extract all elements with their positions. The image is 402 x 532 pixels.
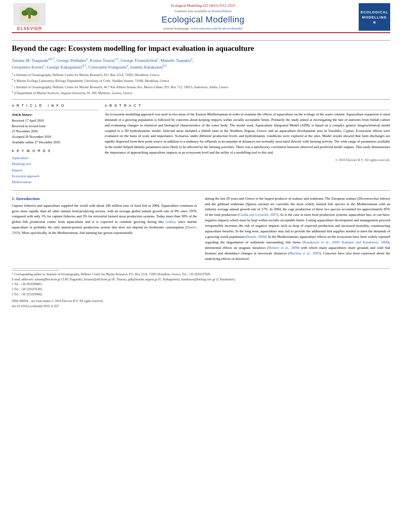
main-content: Beyond the cage: Ecosystem modelling for… — [12, 33, 390, 309]
svg-point-3 — [22, 10, 28, 16]
elsevier-logo-image: ⚕ — [14, 4, 45, 25]
homepage-line: journal homepage: www.elsevier.com/locat… — [55, 26, 351, 30]
journal-center-header: Ecological Modelling 222 (2011) 2512–252… — [47, 4, 359, 30]
body-section: 1. Introduction Capture fisheries and aq… — [12, 196, 390, 264]
karakassis-ref[interactable]: Karakassis et al., 2000; Kalantzi and Ka… — [304, 240, 388, 244]
homepage-label: journal homepage: — [164, 26, 190, 30]
cardia-ref[interactable]: Cardia and Lovatelli, 2007 — [239, 213, 277, 217]
svg-rect-2 — [28, 15, 31, 19]
affiliation-a: a a Institute of Oceanography, Hellenic … — [12, 72, 390, 78]
svg-point-4 — [31, 10, 37, 16]
author-kakagiannis: George Kakagiannis — [47, 65, 82, 69]
article-info-content: Article history: Received 17 April 2010 … — [12, 112, 98, 145]
footnote-1: 1 Tel.: +30 2810394061. — [12, 282, 390, 287]
machias-ref[interactable]: Machias et al., 2005 — [289, 251, 320, 255]
keywords-section: K e y w o r d s : Aquaculture Modeling t… — [12, 149, 98, 185]
body-right-col: during the last 20 years and Greece is t… — [205, 196, 391, 264]
holmer-ref[interactable]: Holmer et al., 2008 — [269, 246, 298, 250]
affiliation-d: d d Department of Marine Sciences, Aegea… — [12, 90, 390, 96]
keyword-aquaculture: Aquaculture — [12, 155, 98, 161]
article-title: Beyond the cage: Ecosystem modelling for… — [12, 44, 390, 54]
keyword-modeling: Modeling tool — [12, 161, 98, 167]
email-list: tatiana@her.hcmr.gr (T.M. Tsagaraki), kt… — [35, 278, 235, 281]
author-triantafyllou: George Triantafyllou — [121, 57, 157, 62]
affiliation-c: c c Institute of Oceanography, Hellenic … — [12, 84, 390, 90]
footnote-email: E-mail addresses: tatiana@her.hcmr.gr (T… — [12, 277, 390, 282]
right-column: A B S T R A C T An ecosystem modelling a… — [105, 104, 390, 185]
intro-para-left: Capture fisheries and aquaculture suppli… — [12, 203, 197, 236]
author-frangoulis: Constantin Frangoulis — [88, 65, 126, 69]
keyword-list: Aquaculture Modeling tool Impacts Ecosys… — [12, 155, 98, 185]
journal-title-header: Ecological Modelling — [55, 15, 351, 25]
homepage-link[interactable]: www.elsevier.com/locate/ecolmodel — [191, 26, 242, 30]
author-karakassis: Ioannis Karakassis — [130, 65, 163, 69]
author-petihakis: George Petihakis — [57, 57, 86, 62]
revised-date: 23 November 2010 — [12, 129, 98, 134]
century-link: century — [165, 220, 176, 224]
duarte-ref-2[interactable]: Duarte, 2009 — [246, 235, 265, 239]
authors-line: Tatiana M. Tsagarakia,b,*, George Petiha… — [12, 57, 390, 70]
received-date: Received 17 April 2010 — [12, 118, 98, 124]
abstract-heading: A B S T R A C T — [105, 104, 390, 108]
keyword-impacts: Impacts — [12, 167, 98, 173]
journal-citation: Ecological Modelling 222 (2011) 2512–252… — [55, 4, 351, 7]
author-tsiaras: Kostas Tsiaras — [90, 57, 115, 62]
contents-label: Contents lists available at — [174, 9, 211, 13]
elsevier-brand: ELSEVIER — [17, 26, 42, 31]
section1-title: 1. Introduction — [12, 196, 197, 201]
duarte-ref-1[interactable]: Duarte, 2009 — [12, 225, 197, 235]
keyword-ecosystem: Ecosystem approach — [12, 173, 98, 179]
author-tsapakis: Manolis Tsapakis — [161, 57, 191, 62]
body-top-divider — [12, 190, 390, 191]
body-two-col: 1. Introduction Capture fisheries and aq… — [12, 196, 390, 264]
affiliations: a a Institute of Oceanography, Hellenic … — [12, 72, 390, 96]
accepted-date: Accepted 26 November 2010 — [12, 134, 98, 140]
keyword-mediterranean: Mediterranean — [12, 179, 98, 185]
journal-logo-right: ECOLOGICAL MODELLING 📊 — [359, 3, 390, 31]
doi-line: doi:10.1016/j.ecolmodel.2010.11.027 — [12, 304, 390, 309]
body-left-col: 1. Introduction Capture fisheries and aq… — [12, 196, 197, 264]
footnote-3: 3 Tel.: +30 2251036842. — [12, 292, 390, 297]
email-label: E-mail addresses: — [12, 278, 34, 281]
info-divider — [12, 110, 98, 110]
top-divider — [12, 40, 390, 41]
article-info-heading: A R T I C L E I N F O — [12, 104, 98, 108]
available-date: Available online 27 December 2010 — [12, 140, 98, 145]
svg-text:⚕: ⚕ — [29, 20, 30, 22]
contents-line: Contents lists available at ScienceDirec… — [55, 9, 351, 13]
journal-header: ⚕ ELSEVIER Ecological Modelling 222 (201… — [12, 0, 390, 33]
keywords-heading: K e y w o r d s : — [12, 149, 98, 153]
sciencedirect-link[interactable]: ScienceDirect — [212, 9, 232, 13]
left-column: A R T I C L E I N F O Article history: R… — [12, 104, 98, 185]
author-tsagaraki: Tatiana M. Tsagaraki — [12, 57, 48, 62]
info-abstract-section: A R T I C L E I N F O Article history: R… — [12, 104, 390, 185]
copyright-line: © 2010 Elsevier B.V. All rights reserved… — [105, 158, 390, 162]
footnote-2: 2 Tel.: +30 2291076385. — [12, 287, 390, 292]
footnote-corresponding: * Corresponding author at: Institute of … — [12, 272, 390, 277]
revised-label: Received in revised form — [12, 124, 98, 129]
author-korres: Gerasimos Korres — [12, 65, 43, 69]
footnote-area: * Corresponding author at: Institute of … — [12, 268, 390, 309]
abstract-text: An ecosystem modelling approach was used… — [105, 112, 390, 156]
footnote-divider — [12, 270, 59, 271]
elsevier-logo: ⚕ ELSEVIER — [12, 4, 47, 31]
mid-divider — [12, 99, 390, 100]
page: ⚕ ELSEVIER Ecological Modelling 222 (201… — [0, 0, 402, 532]
intro-para-right: during the last 20 years and Greece is t… — [205, 196, 391, 262]
bottom-note: 0304-3800/$ – see front matter © 2010 El… — [12, 299, 390, 304]
affiliation-b: b b Marine Ecology Laboratory, Biology D… — [12, 78, 390, 83]
history-label: Article history: — [12, 112, 98, 117]
abstract-divider — [105, 110, 390, 110]
